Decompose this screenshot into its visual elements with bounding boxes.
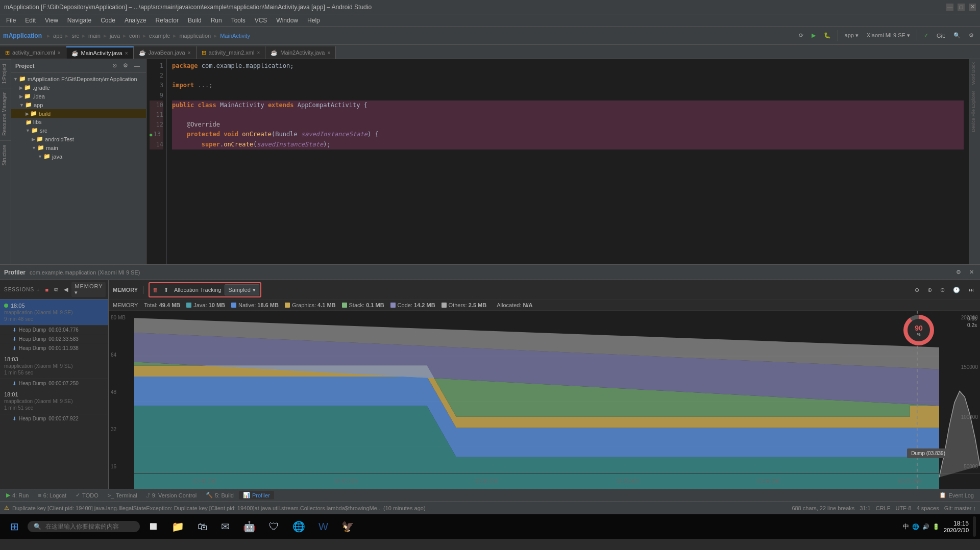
tree-java[interactable]: ▼ 📁 java xyxy=(11,152,146,161)
stop-session-button[interactable]: ■ xyxy=(43,282,51,297)
zoom-out-button[interactable]: ⊖ xyxy=(913,286,921,294)
copy-session-button[interactable]: ⧉ xyxy=(52,282,60,297)
taskbar-store[interactable]: 🛍 xyxy=(192,516,213,537)
sidebar-tab-project[interactable]: 1:Project xyxy=(0,59,11,88)
sidebar-tab-resource-manager[interactable]: Resource Manager xyxy=(0,88,11,140)
heap-dump-3[interactable]: ⬇ Heap Dump 00:01:11.938 xyxy=(0,344,108,353)
tree-src[interactable]: ▼ 📁 src xyxy=(11,126,146,135)
menu-build[interactable]: Build xyxy=(184,16,206,25)
status-encoding: UTF-8 xyxy=(895,505,911,511)
add-session-button[interactable]: + xyxy=(34,282,41,297)
tree-gradle[interactable]: ▶ 📁 .gradle xyxy=(11,83,146,92)
menu-code[interactable]: Code xyxy=(96,16,119,25)
taskbar-android[interactable]: 🤖 xyxy=(238,516,261,537)
prev-session-button[interactable]: ◀ xyxy=(62,282,70,297)
bottom-tab-event-log[interactable]: 📋 Event Log xyxy=(935,491,978,499)
menu-window[interactable]: Window xyxy=(272,16,302,25)
device-name[interactable]: Xiaomi MI 9 SE ▾ xyxy=(864,31,913,40)
delete-recording-button[interactable]: 🗑 xyxy=(151,286,160,294)
git-button[interactable]: Git: xyxy=(934,32,948,40)
system-clock[interactable]: 18:15 2020/2/10 xyxy=(944,520,969,533)
tab-javabean[interactable]: ☕ JavaBean.java × xyxy=(134,46,197,59)
search-everywhere-button[interactable]: 🔍 xyxy=(950,31,964,40)
tab-close-javabean[interactable]: × xyxy=(188,50,191,56)
tab-mainactivity-java[interactable]: ☕ MainActivity.java × xyxy=(66,46,134,59)
bottom-tab-build[interactable]: 🔨 5: Build xyxy=(202,491,238,499)
menu-run[interactable]: Run xyxy=(207,16,226,25)
settings-button[interactable]: ⚙ xyxy=(966,31,977,40)
tab-close-java[interactable]: × xyxy=(125,51,128,56)
tree-idea[interactable]: ▶ 📁 .idea xyxy=(11,92,146,101)
heap-dump-4[interactable]: ⬇ Heap Dump 00:00:07.250 xyxy=(0,379,108,388)
session-1805[interactable]: 18:05 mapplication (Xiaomi MI 9 SE) 9 mi… xyxy=(0,299,108,326)
taskbar-antivirus[interactable]: 🦅 xyxy=(336,516,359,537)
show-desktop-button[interactable] xyxy=(973,516,976,537)
taskbar-word[interactable]: W xyxy=(313,516,333,537)
panel-settings-button[interactable]: ⚙ xyxy=(121,61,130,70)
tree-app[interactable]: ▼ 📁 app xyxy=(11,101,146,109)
zoom-in-button[interactable]: ⊕ xyxy=(925,286,934,294)
heap-dump-2[interactable]: ⬇ Heap Dump 00:02:33.583 xyxy=(0,335,108,344)
heap-dump-1[interactable]: ⬇ Heap Dump 00:03:04.776 xyxy=(0,326,108,335)
tab-activity-main-xml[interactable]: ⊞ activity_main.xml × xyxy=(0,46,66,59)
run-button[interactable]: ▶ xyxy=(808,31,819,40)
tree-root[interactable]: ▼ 📁 mApplication F:\Git\Depository\mAppl… xyxy=(11,74,146,83)
menu-tools[interactable]: Tools xyxy=(227,16,250,25)
clock-button[interactable]: 🕐 xyxy=(951,286,962,294)
bottom-tab-vcs[interactable]: ⑀ 9: Version Control xyxy=(142,491,201,499)
menu-analyze[interactable]: Analyze xyxy=(120,16,151,25)
profiler-close-button[interactable]: ✕ xyxy=(967,268,976,277)
heap-dump-5[interactable]: ⬇ Heap Dump 00:00:07.922 xyxy=(0,414,108,423)
tab-close-java2[interactable]: × xyxy=(327,50,330,56)
device-selector[interactable]: app ▾ xyxy=(842,31,862,40)
taskbar-mail[interactable]: ✉ xyxy=(216,516,235,537)
bottom-tab-todo[interactable]: ✓ TODO xyxy=(71,491,103,499)
debug-button[interactable]: 🐛 xyxy=(821,31,834,40)
maximize-button[interactable]: □ xyxy=(958,4,965,11)
tab-close-xml[interactable]: × xyxy=(58,50,61,56)
right-tab-device-file[interactable]: Device File Explorer xyxy=(969,88,980,135)
tab-activity-main2[interactable]: ⊞ activity_main2.xml × xyxy=(197,46,266,59)
code-content[interactable]: package com.example.mapplication; import… xyxy=(167,59,969,264)
skip-to-end-button[interactable]: ⏭ xyxy=(966,286,976,294)
close-button[interactable]: ✕ xyxy=(969,4,976,11)
menu-view[interactable]: View xyxy=(41,16,62,25)
sidebar-tab-structure[interactable]: Structure xyxy=(0,140,11,170)
tree-main[interactable]: ▼ 📁 main xyxy=(11,143,146,152)
tab-close-xml2[interactable]: × xyxy=(257,50,260,56)
chart-container[interactable]: 80 MB 64 48 32 16 xyxy=(109,311,980,489)
search-bar[interactable]: 🔍 xyxy=(28,521,140,532)
taskbar-file-explorer[interactable]: 📁 xyxy=(166,516,189,537)
sync-project-button[interactable]: ⟳ xyxy=(796,31,806,40)
profiler-settings-button[interactable]: ⚙ xyxy=(954,268,963,277)
taskbar-search-input[interactable] xyxy=(45,523,127,530)
panel-collapse-button[interactable]: — xyxy=(132,61,142,70)
bottom-tab-logcat[interactable]: ≡ 6: Logcat xyxy=(34,491,70,499)
taskbar-shield[interactable]: 🛡 xyxy=(264,516,284,537)
session-1801[interactable]: 18:01 mapplication (Xiaomi MI 9 SE) 1 mi… xyxy=(0,388,108,414)
task-view-button[interactable]: ⬜ xyxy=(143,516,163,537)
bottom-tab-run[interactable]: ▶ 4: Run xyxy=(2,491,33,499)
menu-file[interactable]: File xyxy=(2,16,20,25)
bottom-tab-profiler[interactable]: 📊 Profiler xyxy=(239,491,274,499)
tree-build[interactable]: ▶ 📁 build xyxy=(11,109,146,118)
tree-libs[interactable]: 📁 libs xyxy=(11,118,146,126)
tree-androidtest[interactable]: ▶ 📁 androidTest xyxy=(11,135,146,143)
bottom-tab-terminal[interactable]: >_ Terminal xyxy=(104,491,141,499)
menu-navigate[interactable]: Navigate xyxy=(63,16,95,25)
menu-edit[interactable]: Edit xyxy=(21,16,40,25)
menu-help[interactable]: Help xyxy=(303,16,324,25)
locate-file-button[interactable]: ⊙ xyxy=(110,61,119,70)
sampled-dropdown[interactable]: Sampled ▾ xyxy=(225,284,259,295)
menu-refactor[interactable]: Refactor xyxy=(152,16,183,25)
minimize-button[interactable]: — xyxy=(946,4,953,11)
export-recording-button[interactable]: ⬆ xyxy=(162,286,170,294)
right-tab-word-book[interactable]: Word Book xyxy=(969,59,980,88)
taskbar-edge[interactable]: 🌐 xyxy=(287,516,310,537)
git-check-button[interactable]: ✓ xyxy=(921,31,932,40)
tab-main2activity[interactable]: ☕ Main2Activity.java × xyxy=(265,46,336,59)
menu-vcs[interactable]: VCS xyxy=(251,16,272,25)
start-button[interactable]: ⊞ xyxy=(4,516,24,537)
session-1803[interactable]: 18:03 mapplication (Xiaomi MI 9 SE) 1 mi… xyxy=(0,353,108,379)
attach-button[interactable]: ⊙ xyxy=(938,286,947,294)
